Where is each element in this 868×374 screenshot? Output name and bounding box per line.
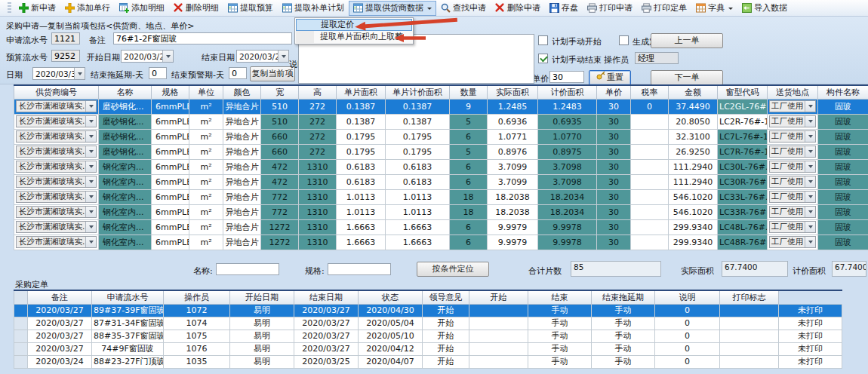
- operator-field[interactable]: [635, 52, 679, 64]
- supplier-combo-cell[interactable]: 长沙市潇湘玻璃实...: [14, 129, 99, 144]
- column-header[interactable]: 金额: [669, 85, 718, 99]
- toolbar-grip-handle[interactable]: [8, 2, 11, 14]
- supplier-combo-cell[interactable]: 长沙市潇湘玻璃实...: [14, 235, 99, 250]
- toolbar-button-new-request[interactable]: 新申请: [14, 1, 60, 16]
- column-header[interactable]: 说明: [655, 290, 720, 304]
- column-header[interactable]: 窗型代码: [718, 85, 768, 99]
- table-row[interactable]: 长沙市潇湘玻璃实...钢化室内...6mmPLE...m²异地合片7721310…: [14, 204, 868, 219]
- column-header[interactable]: 实际面积: [488, 85, 538, 99]
- budget-no-field[interactable]: [51, 50, 80, 62]
- row-selector-gutter[interactable]: [14, 355, 28, 368]
- delay-days-field[interactable]: [149, 67, 167, 79]
- chevron-down-icon[interactable]: [85, 222, 96, 232]
- delivery-combo-cell[interactable]: 工厂使用: [768, 144, 818, 159]
- delivery-combo-cell[interactable]: 工厂使用: [768, 204, 818, 219]
- toolbar-button-delete-request[interactable]: 删除申请: [491, 1, 545, 16]
- warn-days-field[interactable]: [229, 67, 247, 79]
- table-row[interactable]: 长沙市潇湘玻璃实...磨砂钢化...6mmPLE...m²异地合片6602720…: [14, 144, 868, 159]
- column-header[interactable]: 高: [299, 85, 337, 99]
- column-header[interactable]: 宽: [261, 85, 299, 99]
- table-row[interactable]: 长沙市潇湘玻璃实...钢化室内...6mmPLE...m²异地合片7721310…: [14, 189, 868, 204]
- column-header[interactable]: 领导意见: [423, 290, 469, 304]
- column-header[interactable]: 备注: [28, 290, 92, 304]
- chevron-down-icon[interactable]: [162, 51, 173, 62]
- toolbar-button-dictionary[interactable]: 字典: [691, 1, 737, 16]
- toolbar-button-find-request[interactable]: 查找申请: [436, 1, 491, 16]
- toolbar-button-add-row[interactable]: 添加单行: [60, 1, 115, 16]
- delivery-combo-cell[interactable]: 工厂使用: [768, 99, 818, 114]
- column-header[interactable]: 单片计价面积: [386, 85, 450, 99]
- chevron-down-icon[interactable]: [805, 101, 815, 112]
- start-date-picker[interactable]: 2020/03/21: [121, 50, 174, 63]
- chevron-down-icon[interactable]: [728, 8, 733, 12]
- apply-no-field[interactable]: [51, 32, 80, 44]
- column-header[interactable]: 结束拖延期: [592, 290, 655, 304]
- column-header[interactable]: 状态: [359, 290, 423, 304]
- delivery-combo-cell[interactable]: 工厂使用: [768, 174, 818, 189]
- column-header[interactable]: 计价面积: [538, 85, 597, 99]
- delivery-combo-cell[interactable]: 工厂使用: [768, 129, 818, 144]
- chevron-down-icon[interactable]: [85, 161, 96, 172]
- end-date-picker[interactable]: 2020/03/28: [236, 50, 289, 63]
- supplier-combo-cell[interactable]: 长沙市潇湘玻璃实...: [14, 204, 99, 219]
- chevron-down-icon[interactable]: [85, 101, 96, 112]
- chevron-down-icon[interactable]: [74, 68, 85, 79]
- supplier-combo-cell[interactable]: 长沙市潇湘玻璃实...: [14, 189, 99, 204]
- chevron-down-icon[interactable]: [805, 131, 815, 142]
- delivery-combo-cell[interactable]: 工厂使用: [768, 235, 818, 250]
- toolbar-button-extract-supplier-data[interactable]: 提取供货商数据: [349, 1, 436, 16]
- table-row[interactable]: 长沙市潇湘玻璃实...磨砂钢化...6mmPLE...m²异地合片5102720…: [14, 114, 868, 129]
- column-header[interactable]: 申请流水号: [92, 290, 164, 304]
- toolbar-button-print-order[interactable]: 打印定单: [637, 1, 691, 16]
- chevron-down-icon[interactable]: [85, 116, 96, 127]
- column-header[interactable]: 结束: [528, 290, 592, 304]
- table-row[interactable]: 2020/03/2788#35-37F窗固玻1075易明2020/03/2720…: [14, 330, 842, 342]
- plan-manual-start-checkbox[interactable]: [538, 35, 548, 45]
- column-header[interactable]: 数量: [450, 85, 488, 99]
- column-header[interactable]: 结束日期: [294, 290, 359, 304]
- column-header[interactable]: 供货商编号: [14, 85, 99, 99]
- supplier-combo-cell[interactable]: 长沙市潇湘玻璃实...: [14, 159, 99, 174]
- chevron-down-icon[interactable]: [805, 176, 815, 187]
- delivery-combo-cell[interactable]: 工厂使用: [768, 189, 818, 204]
- column-header[interactable]: 操作员: [164, 290, 230, 304]
- column-header[interactable]: 颜色: [223, 85, 261, 99]
- row-selector-gutter[interactable]: [14, 330, 28, 342]
- table-row[interactable]: 长沙市潇湘玻璃实...钢化室内...6mmPLE...m²异地合片1272131…: [14, 235, 868, 250]
- chevron-down-icon[interactable]: [805, 116, 815, 127]
- chevron-down-icon[interactable]: [85, 237, 96, 247]
- reset-button[interactable]: 重置: [589, 70, 631, 85]
- chevron-down-icon[interactable]: [85, 192, 96, 202]
- column-header[interactable]: 规格: [152, 85, 189, 99]
- generate-order-checkbox[interactable]: [619, 35, 629, 45]
- supplier-combo-cell[interactable]: 长沙市潇湘玻璃实...: [14, 99, 99, 114]
- table-row[interactable]: 2020/03/2488#23-27F门顶玻1035易明2020/03/2520…: [14, 355, 842, 368]
- row-selector-gutter[interactable]: [14, 304, 28, 317]
- chevron-down-icon[interactable]: [805, 146, 815, 157]
- chevron-down-icon[interactable]: [427, 8, 432, 12]
- delivery-combo-cell[interactable]: 工厂使用: [768, 219, 818, 235]
- delivery-combo-cell[interactable]: 工厂使用: [768, 159, 818, 174]
- toolbar-button-print-request[interactable]: 打印申请: [583, 1, 637, 16]
- unit-price-field[interactable]: [549, 71, 584, 83]
- supplier-combo-cell[interactable]: 长沙市潇湘玻璃实...: [14, 144, 99, 159]
- toolbar-button-delete-detail[interactable]: 删除明细: [169, 1, 223, 16]
- filter-name-field[interactable]: [216, 263, 279, 275]
- column-header[interactable]: 单片面积: [337, 85, 386, 99]
- table-row[interactable]: 2020/03/2789#37-39F窗固玻1072易明2020/03/2720…: [14, 304, 842, 317]
- table-row[interactable]: 长沙市潇湘玻璃实...磨砂钢化...6mmPLE...m²异地合片5102720…: [14, 99, 868, 114]
- column-header[interactable]: 送货地点: [768, 85, 818, 99]
- row-selector-gutter[interactable]: [14, 342, 28, 355]
- table-row[interactable]: 长沙市潇湘玻璃实...钢化室内...6mmPLE...m²异地合片4721310…: [14, 174, 868, 189]
- column-header[interactable]: 名称: [99, 85, 152, 99]
- column-header[interactable]: 开始日期: [230, 290, 294, 304]
- toolbar-button-extract-budget[interactable]: 提取预算: [223, 1, 278, 16]
- supplier-combo-cell[interactable]: 长沙市潇湘玻璃实...: [14, 114, 99, 129]
- chevron-down-icon[interactable]: [278, 51, 288, 62]
- column-header[interactable]: 打印标志: [720, 290, 779, 304]
- chevron-down-icon[interactable]: [85, 146, 96, 157]
- toolbar-button-add-detail[interactable]: 添加明细: [115, 1, 169, 16]
- table-row[interactable]: 2020/03/2787#31-34F窗固玻1074易明2020/03/2720…: [14, 317, 842, 330]
- chevron-down-icon[interactable]: [805, 222, 815, 232]
- column-header[interactable]: 单价: [597, 85, 631, 99]
